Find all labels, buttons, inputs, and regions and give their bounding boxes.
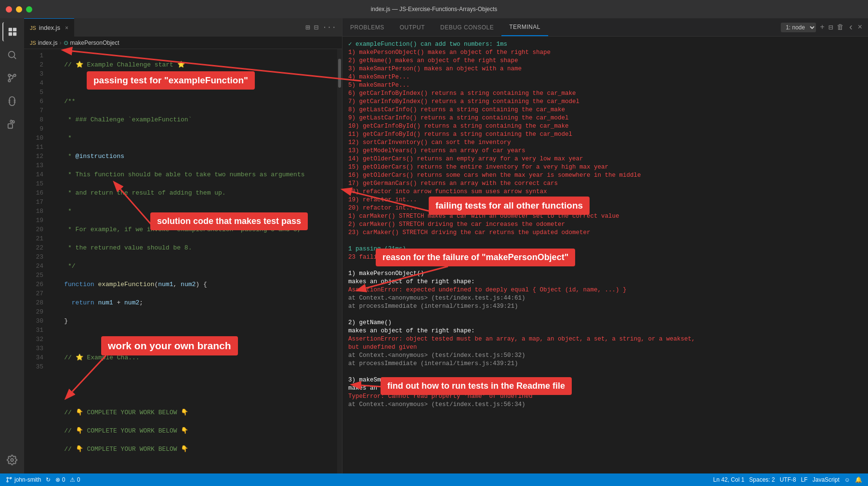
js-file-icon: JS: [30, 25, 36, 31]
term-line: 11) getCarInfoById() returns a string co…: [348, 131, 862, 139]
tab-problems[interactable]: PROBLEMS: [342, 18, 392, 36]
term-line: at processImmediate (internal/timers.js:…: [348, 360, 862, 368]
symbol-icon: ⊙: [64, 39, 68, 46]
code-content[interactable]: // ⭐ Example Challenge start ⭐ /** * ###…: [47, 49, 337, 473]
sync-icon: ↻: [46, 476, 51, 483]
svg-point-7: [13, 74, 16, 77]
activity-debug[interactable]: [2, 92, 22, 111]
terminal-content[interactable]: ✓ exampleFunction() can add two numbers:…: [342, 37, 868, 473]
term-line: 7) getCarInfoByIndex() returns a string …: [348, 98, 862, 106]
term-line: 4) makeSmartPe...: [348, 73, 862, 81]
encoding[interactable]: UTF-8: [780, 476, 796, 483]
line-numbers: 12345 678910 1112131415 1617181920 21222…: [24, 49, 47, 473]
maximize-button[interactable]: [26, 6, 32, 13]
tab-bar: JS index.js × ⊞ ⊟ ···: [24, 18, 342, 37]
term-line: TypeError: Cannot read property 'name' o…: [348, 393, 862, 401]
term-line: AssertionError: expected undefined to de…: [348, 286, 862, 294]
tab-actions: ⊞ ⊟ ···: [305, 18, 342, 37]
minimize-button[interactable]: [16, 6, 22, 13]
split-terminal-button[interactable]: ⊟: [829, 23, 833, 32]
svg-point-4: [9, 52, 15, 58]
cursor-position[interactable]: Ln 42, Col 1: [713, 476, 745, 483]
git-icon: [6, 476, 13, 483]
layout-button[interactable]: ⊟: [314, 23, 319, 32]
term-line: makes an object with: [348, 384, 862, 393]
term-line: 2) getName(): [348, 319, 862, 327]
editor-pane: JS index.js × ⊞ ⊟ ··· JS index.js › ⊙: [24, 18, 342, 473]
eol[interactable]: LF: [801, 476, 808, 483]
svg-rect-14: [8, 124, 13, 128]
tab-output[interactable]: OUTPUT: [392, 18, 433, 36]
status-left: john-smith ↻ ⊗ 0 ⚠ 0: [6, 476, 80, 483]
term-line: 2) carMaker() STRETCH driving the car in…: [348, 221, 862, 229]
svg-point-6: [8, 74, 11, 77]
split-editor-button[interactable]: ⊞: [305, 23, 310, 32]
panel-tab-actions: 1: node 2: bash + ⊟ 🗑 ‹ ×: [781, 18, 868, 36]
breadcrumb-separator: ›: [60, 39, 62, 46]
status-right: Ln 42, Col 1 Spaces: 2 UTF-8 LF JavaScri…: [713, 476, 862, 483]
editor-scrollbar[interactable]: [337, 49, 342, 473]
breadcrumb-symbol[interactable]: ⊙ makePersonObject: [64, 39, 119, 46]
term-line: [348, 262, 862, 270]
terminal-selector[interactable]: 1: node 2: bash: [781, 23, 816, 32]
term-line: [348, 237, 862, 245]
code-editor[interactable]: 12345 678910 1112131415 1617181920 21222…: [24, 49, 342, 473]
term-line: but undefined given: [348, 343, 862, 352]
breadcrumb-file[interactable]: JS index.js: [30, 39, 58, 46]
add-terminal-button[interactable]: +: [820, 23, 825, 32]
term-line: makes an object of the right shape:: [348, 327, 862, 335]
scrollbar-thumb[interactable]: [338, 59, 341, 88]
term-line: at Context.<anonymous> (test/index.test.…: [348, 352, 862, 360]
term-line: 8) getLastCarInfo() returns a string con…: [348, 106, 862, 114]
term-line: 10) getCarInfoById() returns a string co…: [348, 122, 862, 131]
sync-button[interactable]: ↻: [46, 476, 51, 483]
term-line: AssertionError: object tested must be an…: [348, 335, 862, 343]
term-line: 9) getLastCarInfo() returns a string con…: [348, 114, 862, 122]
term-line: 3) makeSmartPerson(): [348, 376, 862, 384]
activity-explorer[interactable]: [2, 22, 22, 41]
svg-point-23: [7, 477, 8, 479]
term-line: 1) carMaker() STRETCH makes a car with a…: [348, 212, 862, 221]
title-bar: index.js — JS-Exercise-Functions-Arrays-…: [0, 0, 868, 18]
term-line: 15) getOlderCars() returns the entire in…: [348, 163, 862, 171]
indentation[interactable]: Spaces: 2: [749, 476, 775, 483]
term-line: at Context.<anonymous> (test/index.test.…: [348, 401, 862, 409]
term-line: makes an object of the right shape:: [348, 278, 862, 286]
tab-debug-console[interactable]: DEBUG CONSOLE: [433, 18, 501, 36]
window-controls[interactable]: [6, 6, 32, 13]
activity-settings[interactable]: [2, 450, 22, 470]
term-failing: 23 failing: [348, 253, 862, 262]
main-content: JS index.js × ⊞ ⊟ ··· JS index.js › ⊙: [24, 18, 868, 473]
close-panel-button[interactable]: ×: [857, 23, 862, 32]
panel-tab-bar: PROBLEMS OUTPUT DEBUG CONSOLE TERMINAL 1…: [342, 18, 868, 37]
activity-search[interactable]: [2, 45, 22, 65]
status-bar: john-smith ↻ ⊗ 0 ⚠ 0 Ln 42, Col 1 Spaces…: [0, 473, 868, 486]
warnings-count[interactable]: ⚠ 0: [70, 476, 80, 483]
term-line: [348, 311, 862, 319]
activity-bar-bottom: [2, 450, 22, 473]
term-line: 13) getModelYears() returns an array of …: [348, 147, 862, 155]
language-mode[interactable]: JavaScript: [813, 476, 840, 483]
feedback-icon[interactable]: ☺: [844, 476, 850, 483]
breadcrumb-js-icon: JS: [30, 40, 36, 46]
editor-tab-index-js[interactable]: JS index.js ×: [24, 18, 74, 37]
errors-count[interactable]: ⊗ 0: [55, 476, 65, 483]
breadcrumb: JS index.js › ⊙ makePersonObject: [24, 37, 342, 49]
term-line: ✓ exampleFunction() can add two numbers:…: [348, 40, 862, 49]
notifications-icon[interactable]: 🔔: [855, 476, 862, 483]
tab-terminal[interactable]: TERMINAL: [501, 18, 548, 36]
term-line: 18) refactor into arrow functions sum us…: [348, 188, 862, 196]
activity-extensions[interactable]: [2, 115, 22, 134]
svg-rect-0: [9, 28, 12, 31]
term-line: 17) getGermanCars() returns an array wit…: [348, 180, 862, 188]
trash-terminal-button[interactable]: 🗑: [837, 23, 844, 32]
chevron-left-button[interactable]: ‹: [848, 22, 854, 33]
tab-close-button[interactable]: ×: [65, 25, 68, 31]
activity-source-control[interactable]: [2, 68, 22, 88]
svg-point-24: [7, 481, 8, 482]
git-branch[interactable]: john-smith: [6, 476, 41, 483]
term-line: 14) getOlderCars() returns an empty arra…: [348, 155, 862, 163]
close-button[interactable]: [6, 6, 12, 13]
term-line: 1) makePersonObject(): [348, 270, 862, 278]
more-actions-button[interactable]: ···: [322, 23, 336, 32]
